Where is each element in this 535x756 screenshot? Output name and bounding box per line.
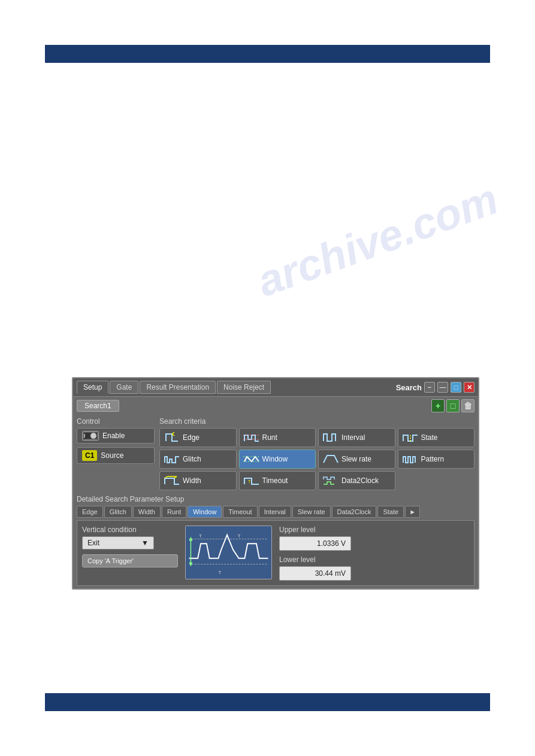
delete-search-button[interactable]: 🗑: [461, 399, 474, 412]
search-dialog: Setup Gate Result Presentation Noise Rej…: [72, 377, 479, 590]
bottom-bar: [45, 693, 490, 711]
param-tab-runt[interactable]: Runt: [162, 506, 186, 518]
criteria-slew-rate[interactable]: Slew rate: [318, 450, 395, 469]
lower-level-label: Lower level: [279, 555, 351, 564]
source-label: Source: [101, 451, 123, 460]
vertical-condition-dropdown[interactable]: Exit ▼: [82, 536, 154, 549]
dialog-title-area: Search − — □ ✕: [396, 382, 474, 393]
criteria-pattern-label: Pattern: [421, 455, 445, 463]
criteria-window[interactable]: Window: [239, 450, 316, 469]
param-tab-glitch[interactable]: Glitch: [104, 506, 132, 518]
criteria-runt[interactable]: Runt: [239, 428, 316, 447]
copy-trigger-button[interactable]: Copy 'A Trigger': [82, 554, 178, 567]
upper-level-label: Upper level: [279, 526, 351, 534]
tab-result-presentation[interactable]: Result Presentation: [140, 381, 216, 394]
param-tab-edge[interactable]: Edge: [77, 506, 103, 518]
param-content: Vertical condition Exit ▼ Copy 'A Trigge…: [77, 520, 474, 586]
param-tab-more-button[interactable]: ►: [405, 506, 420, 518]
toggle-icon: [82, 431, 99, 441]
vertical-condition-area: Vertical condition Exit ▼ Copy 'A Trigge…: [82, 526, 178, 567]
svg-text:T: T: [248, 479, 251, 484]
criteria-timeout[interactable]: T Timeout: [239, 471, 316, 490]
enable-label: Enable: [102, 432, 125, 440]
criteria-label: Search criteria: [159, 417, 474, 426]
tab-noise-reject[interactable]: Noise Reject: [217, 381, 271, 394]
upper-level-group: Upper level 1.0336 V: [279, 526, 351, 551]
criteria-interval-label: Interval: [341, 433, 365, 442]
dialog-tabs: Setup Gate Result Presentation Noise Rej…: [77, 381, 271, 394]
svg-text:T: T: [218, 570, 221, 575]
criteria-edge-label: Edge: [183, 433, 200, 442]
source-button[interactable]: C1 Source: [77, 447, 155, 464]
dialog-body: Search1 + □ 🗑 Control: [73, 397, 478, 588]
control-label: Control: [77, 417, 155, 426]
levels-section: Upper level 1.0336 V Lower level 30.44 m…: [279, 526, 351, 581]
main-area: Control Enable C1 Source: [73, 415, 478, 493]
tab-setup[interactable]: Setup: [77, 381, 108, 394]
vertical-condition-label: Vertical condition: [82, 526, 178, 534]
search-name-bar: Search1 + □ 🗑: [73, 397, 478, 415]
param-tabs: Edge Glitch Width Runt Window Timeout In…: [77, 506, 474, 518]
param-tab-width[interactable]: Width: [133, 506, 161, 518]
vertical-condition-value: Exit: [87, 539, 99, 547]
green-search-button[interactable]: □: [446, 399, 460, 412]
watermark: archive.com: [251, 174, 504, 306]
detailed-section: Detailed Search Parameter Setup Edge Gli…: [73, 493, 478, 588]
criteria-edge[interactable]: Edge: [159, 428, 237, 447]
source-badge: C1: [82, 450, 97, 461]
criteria-glitch[interactable]: Glitch: [159, 450, 237, 469]
param-tab-state[interactable]: State: [377, 506, 404, 518]
criteria-pattern[interactable]: Pattern: [398, 450, 475, 469]
criteria-runt-label: Runt: [262, 433, 277, 442]
search-name-tag: Search1: [77, 400, 119, 412]
criteria-width[interactable]: Width: [159, 471, 237, 490]
dropdown-chevron-icon: ▼: [141, 539, 149, 547]
control-section: Control Enable C1 Source: [77, 417, 155, 490]
criteria-data2clock-label: Data2Clock: [341, 476, 379, 485]
tab-gate[interactable]: Gate: [110, 381, 138, 394]
param-tab-interval[interactable]: Interval: [259, 506, 291, 518]
svg-text:T: T: [199, 533, 202, 539]
window-resize-button[interactable]: □: [451, 382, 461, 393]
window-minimize-small-button[interactable]: −: [424, 382, 435, 393]
lower-level-input[interactable]: 30.44 mV: [279, 566, 351, 581]
criteria-window-label: Window: [262, 455, 288, 463]
criteria-width-label: Width: [183, 476, 201, 485]
criteria-interval[interactable]: Interval: [318, 428, 395, 447]
svg-rect-1: [84, 434, 85, 438]
top-bar: [45, 45, 490, 63]
criteria-timeout-label: Timeout: [262, 476, 288, 485]
window-close-button[interactable]: ✕: [464, 382, 474, 393]
enable-button[interactable]: Enable: [77, 428, 155, 444]
param-tab-window[interactable]: Window: [188, 506, 222, 518]
criteria-section: Search criteria Edge: [159, 417, 474, 490]
window-minimize-button[interactable]: —: [437, 382, 448, 393]
criteria-glitch-label: Glitch: [183, 455, 201, 463]
param-tab-data2clock[interactable]: Data2Clock: [332, 506, 377, 518]
lower-level-group: Lower level 30.44 mV: [279, 555, 351, 581]
add-search-button[interactable]: +: [431, 399, 445, 412]
criteria-slew-rate-label: Slew rate: [341, 455, 371, 463]
param-tab-slewrate[interactable]: Slew rate: [292, 506, 331, 518]
param-tab-timeout[interactable]: Timeout: [223, 506, 257, 518]
upper-level-input[interactable]: 1.0336 V: [279, 536, 351, 551]
criteria-state[interactable]: State: [398, 428, 475, 447]
criteria-data2clock[interactable]: Data2Clock: [318, 471, 395, 490]
dialog-titlebar: Setup Gate Result Presentation Noise Rej…: [73, 378, 478, 397]
dialog-title: Search: [396, 383, 422, 392]
svg-point-2: [90, 433, 96, 439]
criteria-state-label: State: [421, 433, 438, 442]
search-name-buttons: + □ 🗑: [431, 399, 474, 412]
criteria-grid: Edge Runt: [159, 428, 474, 490]
detailed-label: Detailed Search Parameter Setup: [77, 495, 474, 503]
waveform-diagram: T T T: [185, 526, 272, 579]
svg-text:T: T: [238, 533, 241, 539]
